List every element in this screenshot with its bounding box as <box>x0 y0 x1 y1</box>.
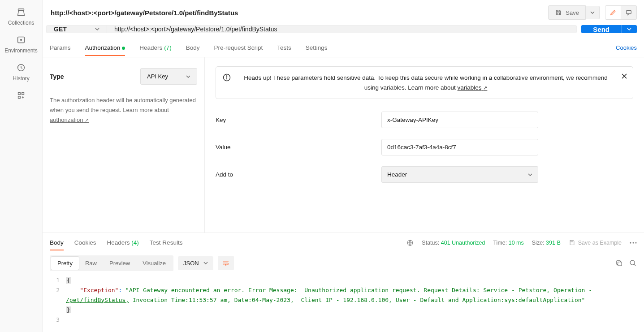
resp-tab-headers[interactable]: Headers (4) <box>107 235 139 250</box>
auth-right-panel: Heads up! These parameters hold sensitiv… <box>205 57 644 233</box>
chevron-down-icon <box>203 261 208 265</box>
chevron-down-icon <box>95 27 99 31</box>
view-raw[interactable]: Raw <box>79 257 103 270</box>
cookies-link[interactable]: Cookies <box>616 44 637 51</box>
save-label: Save <box>566 9 579 16</box>
line-gutter: 123 <box>43 276 66 325</box>
banner-text: Heads up! These parameters hold sensitiv… <box>244 74 607 91</box>
auth-description: The authorization header will be automat… <box>50 95 197 125</box>
svg-rect-16 <box>618 262 622 266</box>
request-title: http://<host>:<port>/gateway/Petstore/1.… <box>51 9 543 17</box>
view-visualize[interactable]: Visualize <box>136 257 172 270</box>
pencil-icon <box>609 9 617 16</box>
svg-point-17 <box>630 260 635 265</box>
svg-point-13 <box>630 242 631 243</box>
tab-label: Authorization <box>85 44 121 51</box>
sidebar-label: Environments <box>4 47 37 54</box>
svg-point-11 <box>226 76 227 76</box>
tab-tests[interactable]: Tests <box>277 40 291 56</box>
auth-type-value: API Key <box>147 73 168 80</box>
url-input[interactable]: http://<host>:<port>/gateway/Petstore/1.… <box>107 26 576 33</box>
tab-authorization[interactable]: Authorization <box>85 40 125 56</box>
environments-icon <box>16 35 26 45</box>
svg-point-14 <box>633 242 634 243</box>
send-dropdown[interactable] <box>621 25 637 33</box>
value-input[interactable] <box>381 139 538 155</box>
tab-params[interactable]: Params <box>50 40 71 56</box>
tab-settings[interactable]: Settings <box>306 40 328 56</box>
save-button[interactable]: Save <box>548 5 586 20</box>
sidebar-item-collections[interactable]: Collections <box>8 7 35 26</box>
addto-selector[interactable]: Header <box>381 166 538 183</box>
save-dropdown[interactable] <box>586 6 600 19</box>
svg-rect-8 <box>627 10 631 13</box>
save-icon <box>555 9 562 16</box>
format-selector[interactable]: JSON <box>178 256 213 270</box>
auth-left-panel: Type API Key The authorization header wi… <box>43 57 205 233</box>
svg-rect-0 <box>18 9 24 11</box>
headers-count: (7) <box>164 44 172 51</box>
edit-button[interactable] <box>605 5 621 20</box>
banner-close-button[interactable] <box>621 73 627 79</box>
copy-icon[interactable] <box>615 259 623 267</box>
key-input[interactable] <box>381 112 538 128</box>
authorization-link[interactable]: authorization ↗ <box>50 116 89 123</box>
size-value: 391 B <box>546 240 561 246</box>
status-value: 401 Unauthorized <box>441 240 485 246</box>
grid-plus-icon <box>16 91 26 100</box>
tab-label: Headers <box>139 44 162 51</box>
svg-rect-6 <box>18 96 21 99</box>
chevron-down-icon <box>590 10 595 15</box>
wrap-icon <box>222 259 229 267</box>
code-content[interactable]: { "Exception": "API Gateway encountered … <box>66 276 644 325</box>
tab-body[interactable]: Body <box>186 40 200 56</box>
info-icon <box>222 73 231 82</box>
response-meta: Status: 401 Unauthorized Time: 10 ms Siz… <box>406 239 637 246</box>
save-icon <box>569 239 575 246</box>
auth-type-selector[interactable]: API Key <box>140 68 197 85</box>
request-tabs: Params Authorization Headers (7) Body Pr… <box>43 39 644 57</box>
tab-prerequest[interactable]: Pre-request Script <box>214 40 263 56</box>
globe-icon[interactable] <box>406 239 414 246</box>
time-value: 10 ms <box>509 240 524 246</box>
main-panel: http://<host>:<port>/gateway/Petstore/1.… <box>43 0 644 332</box>
value-label: Value <box>216 144 381 151</box>
resp-tab-tests[interactable]: Test Results <box>150 235 183 250</box>
svg-rect-7 <box>558 13 560 15</box>
sidebar-item-more[interactable] <box>16 91 26 100</box>
addto-label: Add to <box>216 171 381 178</box>
variables-link[interactable]: variables ↗ <box>458 84 488 91</box>
history-icon <box>16 63 26 73</box>
svg-rect-4 <box>18 93 21 95</box>
comments-button[interactable] <box>621 5 637 20</box>
topbar: http://<host>:<port>/gateway/Petstore/1.… <box>43 0 644 25</box>
save-as-example[interactable]: Save as Example <box>569 239 622 246</box>
more-options-button[interactable] <box>630 242 637 244</box>
tab-label: Headers <box>107 239 130 246</box>
sidebar-item-history[interactable]: History <box>13 63 29 82</box>
addto-value: Header <box>387 171 407 178</box>
resp-tab-cookies[interactable]: Cookies <box>74 235 96 250</box>
info-banner: Heads up! These parameters hold sensitiv… <box>216 66 633 99</box>
sidebar-item-environments[interactable]: Environments <box>4 35 37 54</box>
view-options-row: Pretty Raw Preview Visualize JSON <box>43 253 644 274</box>
svg-point-2 <box>21 39 22 41</box>
wrap-lines-button[interactable] <box>218 256 234 270</box>
method-value: GET <box>54 26 67 33</box>
active-dot-icon <box>122 47 125 50</box>
resp-headers-count: (4) <box>131 239 139 246</box>
response-panel: Body Cookies Headers (4) Test Results St… <box>43 233 644 332</box>
method-selector[interactable]: GET <box>47 26 107 33</box>
close-icon <box>621 73 627 79</box>
send-button[interactable]: Send <box>581 25 621 33</box>
tab-headers[interactable]: Headers (7) <box>139 40 171 56</box>
search-icon[interactable] <box>629 259 637 267</box>
chevron-down-icon <box>186 74 190 79</box>
resp-tab-body[interactable]: Body <box>50 235 64 250</box>
view-preview[interactable]: Preview <box>103 257 136 270</box>
collections-icon <box>16 7 26 17</box>
url-row: GET http://<host>:<port>/gateway/Petstor… <box>43 25 644 39</box>
chevron-down-icon <box>627 27 631 31</box>
sidebar-label: History <box>13 75 29 82</box>
view-pretty[interactable]: Pretty <box>51 257 79 270</box>
